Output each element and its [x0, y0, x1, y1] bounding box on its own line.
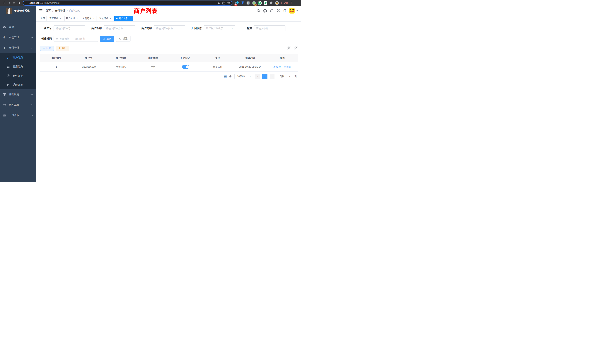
help-icon[interactable] — [270, 9, 273, 12]
search-button[interactable]: 搜索 — [100, 36, 114, 42]
browser-back-button[interactable] — [2, 0, 7, 5]
add-button[interactable]: 新增 — [40, 46, 54, 51]
browser-home-button[interactable] — [16, 0, 21, 5]
search-icon — [103, 38, 105, 40]
refresh-table-button[interactable] — [294, 46, 298, 50]
close-icon[interactable]: × — [59, 17, 62, 20]
monitor-chart-icon — [3, 93, 6, 96]
chevron-down-icon — [31, 37, 33, 38]
browser-menu-icon[interactable] — [290, 1, 290, 5]
sidebar-item-pay-order[interactable]: 支付订单 — [0, 71, 36, 80]
extension-flag-icon[interactable] — [264, 1, 268, 5]
sidebar-logo[interactable]: 芋道管理系统 — [0, 6, 36, 16]
merchant-no-input[interactable] — [54, 25, 85, 31]
cell-remark: 我是备注 — [202, 65, 234, 69]
full-name-input[interactable] — [104, 25, 135, 31]
profile-avatar-icon[interactable] — [275, 1, 279, 5]
delete-link[interactable]: 删除 — [284, 65, 291, 69]
extension-record-icon[interactable]: 1 — [252, 1, 256, 5]
chevron-down-icon: ∨ — [250, 75, 251, 78]
status-label: 开启状态 — [190, 27, 202, 30]
extension-y-icon[interactable]: Y — [258, 1, 262, 5]
current-page-button[interactable]: 1 — [262, 74, 268, 79]
page-size-select[interactable]: 10条/页 ∨ — [235, 74, 253, 79]
sidebar-item-app-info[interactable]: 应用信息 — [0, 62, 36, 71]
browser-update-button[interactable]: 更新 — [281, 1, 292, 5]
remark-input[interactable] — [254, 25, 285, 31]
fullscreen-icon[interactable] — [277, 9, 280, 12]
bookmark-star-icon[interactable] — [227, 1, 230, 4]
url-text[interactable]: localhost:1024/pay/merchant — [29, 2, 59, 4]
sidebar-item-home[interactable]: 首页 — [0, 22, 36, 32]
export-button[interactable]: 导出 — [56, 46, 69, 51]
browser-forward-button[interactable] — [7, 0, 11, 5]
app-title: 芋道管理系统 — [14, 9, 30, 13]
github-icon[interactable] — [263, 9, 267, 13]
navbar: 首页 / 支付管理 / 商户信息 TT — [36, 6, 301, 15]
short-name-input[interactable] — [154, 25, 185, 31]
sidebar-item-infra[interactable]: 基础设施 — [0, 89, 36, 100]
sidebar-item-label: 应用信息 — [13, 65, 23, 68]
pay-submenu: 商户信息 应用信息 支付订单 — [0, 53, 36, 89]
cell-create-time: 2021-10-23 08:31:14 — [234, 65, 266, 68]
close-icon[interactable]: × — [109, 17, 112, 20]
end-date-placeholder: 结束日期 — [75, 37, 85, 40]
sidebar-item-system[interactable]: ⚙ 系统管理 — [0, 32, 36, 43]
column-header: 商户简称 — [137, 56, 169, 60]
site-info-icon[interactable] — [25, 2, 27, 4]
prev-page-button[interactable]: ‹ — [255, 74, 260, 79]
chevron-up-icon — [31, 47, 33, 49]
gear-icon: ⚙ — [3, 36, 6, 39]
merchant-no-label: 商户号 — [40, 27, 52, 30]
tab-merchant-info[interactable]: 商户信息× — [114, 16, 133, 21]
remark-label: 备注 — [240, 27, 252, 30]
dashboard-icon — [3, 26, 6, 29]
edit-link[interactable]: 修改 — [273, 65, 281, 69]
create-time-range-picker[interactable]: 开始日期 - 结束日期 — [54, 36, 98, 42]
extensions-puzzle-icon[interactable] — [269, 1, 273, 5]
close-icon[interactable]: × — [93, 17, 95, 20]
browser-reload-button[interactable] — [11, 0, 16, 5]
tab-user-group[interactable]: 用户分组× — [64, 16, 80, 21]
refresh-icon — [295, 47, 298, 50]
sidebar-item-merchant-info[interactable]: 商户信息 — [0, 53, 36, 62]
extension-gem-icon[interactable] — [241, 1, 245, 5]
sidebar-item-label: 退款订单 — [13, 83, 23, 86]
tab-home[interactable]: 首页 — [39, 16, 47, 21]
extension-command-icon[interactable]: ⌘ — [246, 1, 250, 5]
status-toggle[interactable] — [182, 65, 189, 69]
trash-icon — [284, 66, 286, 68]
sidebar-item-dev-tools[interactable]: 研发工具 — [0, 100, 36, 110]
tab-refund-order[interactable]: 退款订单× — [98, 16, 113, 21]
reset-button[interactable]: 重置 — [116, 36, 130, 42]
show-search-toggle-button[interactable] — [287, 46, 291, 50]
status-select[interactable]: 请选择开启状态 ∨ — [204, 25, 235, 31]
table-row: 1 M233666999 芋道源码 芋艿 我是备注 2021-10-23 08:… — [40, 62, 298, 72]
address-bar[interactable]: localhost:1024/pay/merchant — [23, 0, 232, 6]
goto-page-input[interactable] — [286, 74, 293, 79]
font-size-icon[interactable]: TT — [283, 9, 286, 13]
sidebar-item-pay[interactable]: ¥ 支付管理 — [0, 43, 36, 53]
password-key-icon[interactable] — [217, 2, 220, 4]
avatar-dropdown-icon[interactable]: ▾ — [297, 10, 298, 12]
hamburger-icon[interactable] — [39, 9, 43, 12]
tab-pay-order[interactable]: 支付订单× — [81, 16, 97, 21]
close-icon[interactable]: × — [129, 17, 131, 20]
page-content: 商户号 商户全称 商户简称 开启状态 请选择开启状态 ∨ — [36, 22, 301, 182]
table-header-row: 商户编号 商户号 商户全称 商户简称 开启状态 备注 创建时间 操作 — [40, 54, 298, 62]
yen-icon: ¥ — [3, 46, 6, 49]
cell-merchant-no: M233666999 — [73, 65, 105, 68]
header-search-icon[interactable] — [257, 9, 260, 12]
close-icon[interactable]: × — [76, 17, 78, 20]
extension-diamond-icon[interactable]: 10 — [235, 1, 239, 5]
briefcase-icon — [3, 114, 6, 117]
user-avatar[interactable] — [289, 8, 295, 13]
breadcrumb-home[interactable]: 首页 — [46, 9, 51, 12]
sidebar-item-refund-order[interactable]: 退款订单 — [0, 80, 36, 89]
breadcrumb-pay[interactable]: 支付管理 — [55, 9, 65, 12]
share-icon[interactable] — [222, 1, 225, 4]
sidebar-item-workflow[interactable]: 工作流程 — [0, 110, 36, 120]
tab-process-form[interactable]: 流程表单× — [48, 16, 63, 21]
next-page-button[interactable]: › — [270, 74, 275, 79]
breadcrumb: 首页 / 支付管理 / 商户信息 — [46, 9, 80, 12]
